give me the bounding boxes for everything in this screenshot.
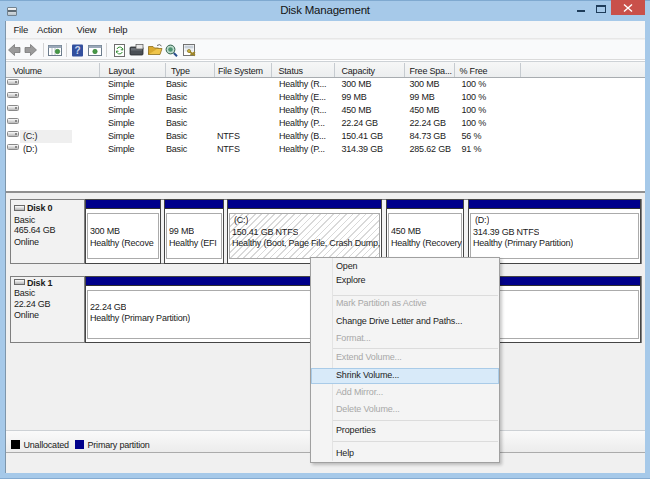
svg-text:?: ? xyxy=(74,45,80,56)
